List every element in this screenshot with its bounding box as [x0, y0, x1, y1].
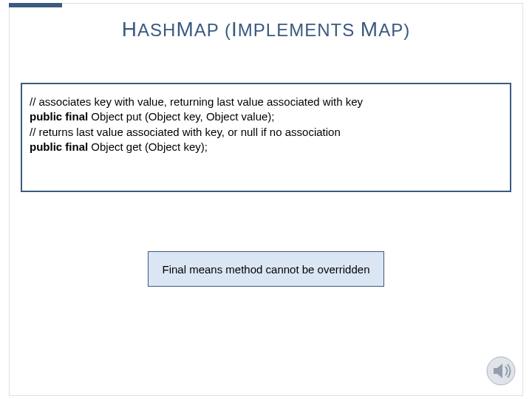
title-h: H — [122, 18, 137, 41]
title-ap1: AP — [194, 20, 219, 40]
title-i: I — [231, 18, 238, 41]
code-text: Object put (Object key, Object value); — [88, 110, 274, 123]
title-close: ) — [403, 20, 410, 40]
slide-title: HASHMAP (IMPLEMENTS MAP) — [0, 18, 532, 41]
code-text: Object get (Object key); — [88, 140, 208, 153]
slide-frame — [9, 3, 523, 396]
title-ash: ASH — [137, 20, 176, 40]
code-block: // associates key with value, returning … — [21, 83, 511, 192]
code-keyword: public final — [30, 140, 88, 153]
code-line-4: public final Object get (Object key); — [30, 140, 502, 154]
title-implements: MPLEMENTS — [238, 20, 361, 40]
code-line-1: // associates key with value, returning … — [30, 95, 502, 109]
code-keyword: public final — [30, 110, 88, 123]
code-line-2: public final Object put (Object key, Obj… — [30, 109, 502, 124]
note-text: Final means method cannot be overridden — [162, 263, 369, 276]
title-m2: M — [361, 18, 378, 41]
title-m1: M — [176, 18, 194, 41]
title-open: ( — [219, 20, 231, 40]
code-line-3: // returns last value associated with ke… — [30, 125, 502, 140]
speaker-icon — [486, 356, 516, 386]
note-callout: Final means method cannot be overridden — [148, 251, 384, 287]
accent-bar — [9, 3, 62, 7]
title-ap2: AP — [378, 20, 403, 40]
